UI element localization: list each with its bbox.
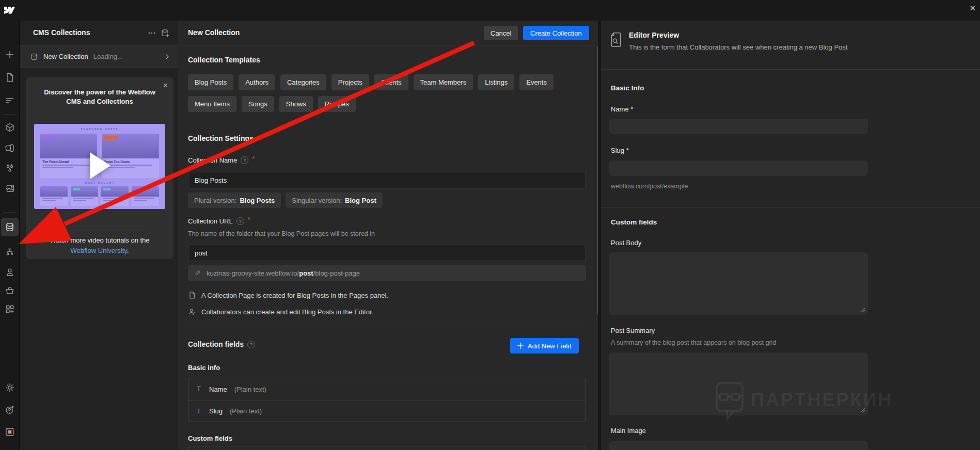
info-row-pages: A Collection Page is created for Blog Po… bbox=[188, 291, 388, 299]
person-edit-icon bbox=[188, 308, 196, 316]
url-preview-bar: kuzinas-groovy-site.webflow.io/post/blog… bbox=[188, 265, 586, 281]
assets-button[interactable] bbox=[0, 179, 20, 198]
cms-collections-panel: CMS Collections New Collection Loading..… bbox=[20, 21, 178, 450]
resize-handle-icon[interactable] bbox=[860, 408, 865, 413]
field-row-slug[interactable]: T Slug (Plain text) bbox=[188, 400, 586, 422]
fields-heading-row: Collection fields ? bbox=[188, 340, 255, 348]
question-icon[interactable]: ? bbox=[247, 341, 255, 348]
info-row-collaborators: Collaborators can create and edit Blog P… bbox=[188, 308, 373, 316]
template-chip[interactable]: Songs bbox=[242, 96, 274, 112]
ecommerce-button[interactable] bbox=[0, 281, 20, 300]
template-chip[interactable]: Recipes bbox=[318, 96, 356, 112]
info-collaborators-text: Collaborators can create and edit Blog P… bbox=[201, 308, 373, 316]
text-field-icon: T bbox=[196, 385, 202, 393]
status-button[interactable] bbox=[0, 423, 20, 441]
webflow-menu-button[interactable] bbox=[0, 0, 20, 21]
cancel-button[interactable]: Cancel bbox=[484, 26, 518, 40]
collection-url-help: The name of the folder that your Blog Po… bbox=[188, 230, 375, 237]
logic-button[interactable] bbox=[0, 243, 20, 261]
collection-url-input[interactable] bbox=[188, 245, 586, 261]
basic-info-heading: Basic info bbox=[188, 364, 220, 372]
basic-info-heading: Basic Info bbox=[611, 84, 644, 92]
zoom-button[interactable] bbox=[0, 445, 20, 450]
thumb-recent-label: MOST RECENT bbox=[34, 181, 165, 184]
template-chip[interactable]: Listings bbox=[478, 74, 514, 90]
thumb-mini-card bbox=[40, 186, 68, 206]
slug-field-label: Slug * bbox=[611, 147, 629, 154]
settings-button[interactable] bbox=[0, 378, 20, 397]
user-icon bbox=[5, 267, 15, 277]
post-summary-textarea[interactable] bbox=[609, 352, 868, 415]
slug-field-input[interactable] bbox=[609, 160, 868, 176]
scrollbar-thumb[interactable] bbox=[597, 46, 598, 315]
editor-preview-title: Editor Preview bbox=[629, 31, 679, 39]
users-button[interactable] bbox=[0, 263, 20, 281]
collection-name: New Collection bbox=[43, 53, 88, 60]
url-suffix: /blog-post-page bbox=[313, 269, 360, 277]
field-name: Slug bbox=[209, 407, 223, 415]
template-chip[interactable]: Clients bbox=[374, 74, 408, 90]
components-button[interactable] bbox=[0, 118, 20, 137]
window-close-icon[interactable]: ✕ bbox=[969, 4, 976, 13]
add-elements-button[interactable] bbox=[0, 45, 20, 64]
help-button[interactable] bbox=[0, 400, 20, 419]
pages-button[interactable] bbox=[0, 68, 20, 87]
main-image-label: Main Image bbox=[611, 427, 646, 435]
template-chip[interactable]: Categories bbox=[280, 74, 326, 90]
link-icon bbox=[194, 269, 201, 277]
panel-menu-button[interactable] bbox=[146, 27, 158, 39]
promo-title: Discover the power of the Webflow CMS an… bbox=[26, 88, 173, 106]
promo-video-thumbnail[interactable]: FEATURED POSTS The Road Ahead From Top D… bbox=[34, 124, 165, 209]
singular-label: Singular version: bbox=[292, 197, 342, 204]
post-summary-help: A summary of the blog post that appears … bbox=[611, 339, 776, 346]
thumb-card-title: The Road Ahead bbox=[42, 160, 95, 164]
collection-name-label: Collection Name bbox=[188, 156, 237, 164]
apps-button[interactable] bbox=[0, 300, 20, 318]
singular-value: Blog Post bbox=[345, 197, 376, 204]
navigator-icon bbox=[5, 95, 15, 106]
text-field-icon: T bbox=[196, 408, 202, 415]
cms-collections-button[interactable] bbox=[1, 218, 19, 236]
create-collection-button[interactable]: Create Collection bbox=[523, 26, 589, 40]
add-collection-button[interactable] bbox=[159, 27, 171, 39]
settings-heading: Collection Settings bbox=[188, 134, 254, 142]
plus-icon bbox=[517, 343, 524, 349]
editor-preview-panel: Editor Preview This is the form that Col… bbox=[601, 21, 980, 450]
resize-handle-icon[interactable] bbox=[860, 308, 865, 313]
add-new-field-button[interactable]: Add New Field bbox=[510, 338, 579, 353]
collection-name-input[interactable] bbox=[188, 172, 586, 188]
template-chip[interactable]: Blog Posts bbox=[188, 74, 233, 90]
field-row-name[interactable]: T Name (Plain text) bbox=[188, 378, 586, 400]
plural-version-chip: Plural version:Blog Posts bbox=[188, 192, 281, 208]
database-icon bbox=[5, 222, 15, 232]
template-chip[interactable]: Authors bbox=[239, 74, 275, 90]
play-icon bbox=[88, 151, 112, 180]
custom-fields-heading: Custom fields bbox=[611, 218, 657, 226]
required-asterisk: * bbox=[252, 155, 255, 163]
singular-version-chip: Singular version:Blog Post bbox=[286, 192, 383, 208]
divider bbox=[188, 328, 586, 328]
template-chip[interactable]: Team Members bbox=[414, 74, 473, 90]
template-chip[interactable]: Menu Items bbox=[188, 96, 236, 112]
question-icon[interactable]: ? bbox=[241, 156, 248, 164]
template-chip[interactable]: Events bbox=[519, 74, 554, 90]
template-chip[interactable]: Shows bbox=[279, 96, 313, 112]
database-icon bbox=[30, 53, 38, 61]
navigator-button[interactable] bbox=[0, 91, 20, 110]
question-icon[interactable]: ? bbox=[236, 217, 244, 225]
post-body-textarea[interactable] bbox=[609, 252, 868, 315]
url-preview-text: kuzinas-groovy-site.webflow.io/post/blog… bbox=[207, 269, 360, 277]
name-field-input[interactable] bbox=[609, 119, 868, 134]
plural-value: Blog Posts bbox=[240, 197, 275, 204]
webflow-university-link[interactable]: Webflow University bbox=[71, 247, 127, 254]
style-manager-button[interactable] bbox=[0, 139, 20, 157]
template-chip[interactable]: Projects bbox=[331, 74, 369, 90]
page-icon bbox=[188, 291, 196, 299]
main-image-input[interactable] bbox=[609, 441, 868, 450]
custom-fields-list bbox=[188, 446, 586, 450]
add-new-field-label: Add New Field bbox=[528, 342, 572, 350]
thumb-featured-label: FEATURED POSTS bbox=[34, 127, 165, 131]
variables-button[interactable] bbox=[0, 159, 20, 178]
collection-list-item[interactable]: New Collection Loading... bbox=[20, 45, 178, 68]
webflow-logo bbox=[4, 6, 15, 14]
